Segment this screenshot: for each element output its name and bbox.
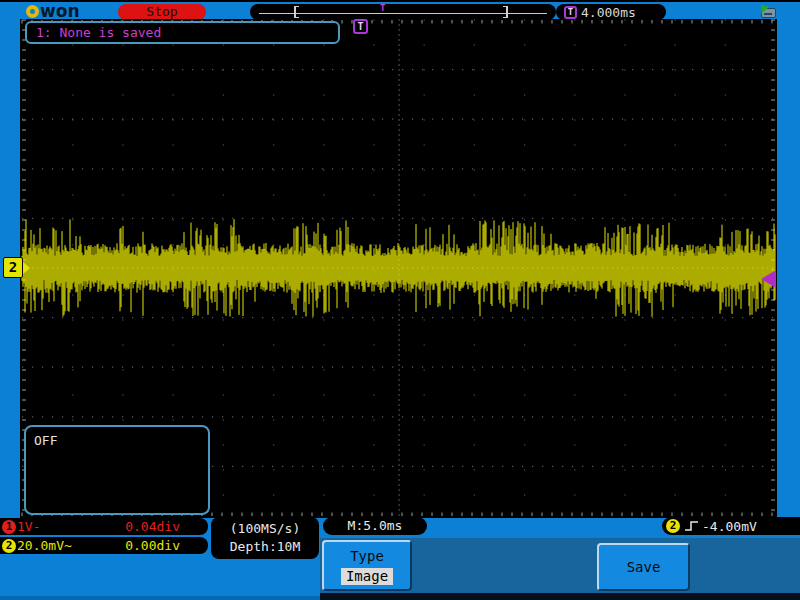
bottom-edge-line (0, 596, 320, 600)
window-left-bracket (294, 6, 299, 18)
channel2-setting: 20.0mV~ (17, 538, 72, 553)
channel1-badge: 1 (2, 520, 16, 534)
owon-logo: won (26, 3, 80, 20)
acquisition-status: (100MS/s) Depth:10M (211, 517, 319, 559)
trigger-position-marker-icon: T (353, 19, 368, 34)
window-trigger-marker: T (380, 4, 385, 13)
channel2-status: 2 20.0mV~ 0.00div (0, 537, 208, 554)
window-right-bracket (503, 6, 508, 18)
type-button[interactable]: Type Image (322, 540, 412, 591)
trigger-channel-badge: 2 (666, 519, 680, 533)
trigger-offset-value: 4.000ms (581, 5, 636, 20)
timebase-readout: M:5.0ms (323, 517, 427, 535)
record-window-bar: T (250, 4, 556, 20)
save-button[interactable]: Save (597, 543, 690, 591)
run-state-badge: Stop (118, 4, 206, 20)
channel2-offset: 0.00div (125, 538, 180, 553)
channel1-offset: 0.04div (125, 519, 180, 534)
trigger-offset-readout: T 4.000ms (556, 4, 666, 20)
logo-text: won (40, 4, 80, 19)
trigger-t-icon: T (564, 6, 577, 19)
menu-bottom-bar (320, 593, 800, 600)
usb-storage-icon (758, 4, 777, 18)
scope-display: 1: None is saved T 2 OFF (20, 19, 777, 518)
channel1-status: 1 1V- 0.04div (0, 518, 208, 535)
channel2-badge: 2 (2, 539, 16, 553)
type-button-value: Image (341, 568, 393, 585)
message-box: 1: None is saved (25, 21, 340, 44)
type-button-label: Type (324, 548, 410, 564)
trigger-status: 2 -4.00mV (662, 517, 800, 535)
trigger-level-value: -4.00mV (702, 519, 757, 534)
off-status-box: OFF (24, 425, 210, 515)
rising-edge-icon (684, 520, 700, 532)
usb-disk-slot (764, 13, 772, 15)
channel1-setting: 1V- (17, 519, 40, 534)
logo-o-ring-icon (26, 5, 39, 18)
top-bar: won Stop T T 4.000ms (0, 0, 800, 19)
sample-rate: (100MS/s) (211, 520, 319, 538)
channel2-zero-marker[interactable]: 2 (3, 257, 23, 278)
memory-depth: Depth:10M (211, 538, 319, 556)
trigger-level-arrow-icon[interactable] (761, 270, 776, 288)
